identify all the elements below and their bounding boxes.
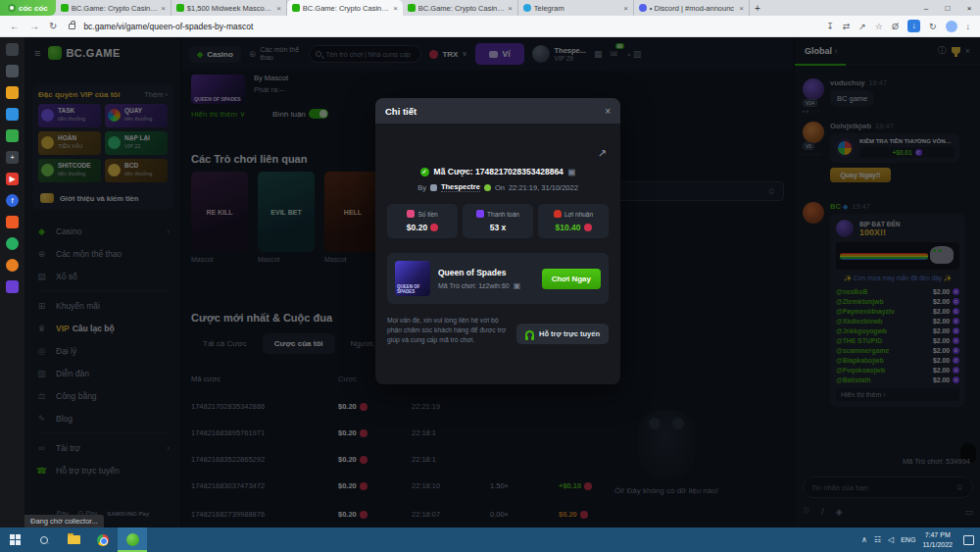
- modal-close-icon[interactable]: ×: [605, 106, 611, 117]
- file-explorer-button[interactable]: [59, 527, 88, 552]
- frog-emoji-icon: [484, 184, 491, 191]
- bet-details-modal: Chi tiết × ↗ ✓ Mã Cược: 1748217028353428…: [375, 98, 620, 384]
- tab-close-icon[interactable]: ×: [739, 4, 744, 13]
- verified-shield-icon: ✓: [420, 168, 429, 176]
- rail-add-shortcut-icon[interactable]: +: [6, 151, 19, 164]
- rail-extension-icon[interactable]: [6, 280, 19, 293]
- speaker-icon[interactable]: ◁: [888, 535, 894, 544]
- adblock-shield-icon[interactable]: Ø: [892, 22, 899, 31]
- browser-tabbar: cốc cốc BC.Game: Crypto Casino Gan × $1,…: [0, 0, 980, 16]
- trx-coin-icon: [430, 224, 438, 231]
- tray-expand-icon[interactable]: ∧: [861, 535, 867, 544]
- coccoc-taskbar-button[interactable]: [118, 527, 147, 552]
- translate-icon[interactable]: ⇄: [843, 22, 851, 31]
- telegram-favicon: [523, 4, 531, 12]
- copy-game-id-icon[interactable]: ▣: [514, 281, 521, 290]
- bcgame-favicon: [176, 4, 184, 12]
- maximize-button[interactable]: □: [937, 0, 958, 16]
- youtube-shortcut-icon[interactable]: ▶: [6, 173, 19, 185]
- rail-apps-icon[interactable]: [6, 43, 19, 56]
- rail-history-icon[interactable]: [6, 65, 19, 77]
- sync-icon[interactable]: ↻: [929, 22, 937, 31]
- forward-button[interactable]: →: [29, 21, 39, 31]
- url-field[interactable]: bc.game/vi/game/queen-of-spades-by-masco…: [83, 22, 818, 31]
- bet-datetime: 22:21:19, 31/10/2022: [509, 183, 578, 192]
- new-tab-button[interactable]: +: [750, 0, 765, 16]
- tab-bcgame-2[interactable]: BC.Game: Crypto Casino Gan ×: [403, 0, 518, 16]
- bcgame-favicon: [408, 4, 416, 12]
- tab-close-icon[interactable]: ×: [508, 4, 513, 13]
- back-button[interactable]: ←: [10, 21, 20, 31]
- tab-bcgame-1[interactable]: BC.Game: Crypto Casino Gan ×: [56, 0, 172, 16]
- network-icon[interactable]: ☷: [874, 535, 881, 544]
- headset-icon: [525, 330, 534, 337]
- browser-addressbar: ← → ↻ bc.game/vi/game/queen-of-spades-by…: [0, 16, 980, 37]
- taskbar-clock[interactable]: 7:47 PM 11/1/2022: [922, 530, 953, 548]
- tab-close-icon[interactable]: ×: [623, 4, 628, 13]
- bet-id-text: Mã Cược: 1748217028353428864: [434, 167, 564, 176]
- profit-icon: [554, 210, 562, 218]
- game-id-text: Mã Trò chơi: 1z2wih:60: [438, 282, 510, 289]
- coccoc-logo-icon: [8, 4, 16, 12]
- bcgame-favicon: [61, 4, 69, 12]
- minimize-button[interactable]: –: [915, 0, 937, 16]
- rail-messenger-shortcut-icon[interactable]: [6, 108, 19, 121]
- coccoc-brand-button[interactable]: cốc cốc: [0, 0, 56, 16]
- start-button[interactable]: [0, 527, 29, 552]
- tab-midweek-mascot[interactable]: $1,500 Midweek Mascot Mu ×: [172, 0, 287, 16]
- modal-title: Chi tiết: [385, 106, 416, 117]
- save-page-icon[interactable]: ↧: [826, 22, 834, 31]
- language-indicator[interactable]: ENG: [901, 536, 915, 543]
- browser-status-text: Đang chờ collector...: [24, 515, 104, 527]
- rail-games-shortcut-icon[interactable]: [6, 129, 19, 142]
- tab-close-icon[interactable]: ×: [276, 4, 281, 13]
- share-icon[interactable]: ↗: [858, 22, 866, 31]
- chrome-taskbar-button[interactable]: [88, 527, 118, 552]
- browser-side-rail: + ▶ f: [0, 37, 24, 527]
- tab-bcgame-active[interactable]: BC.Game: Crypto Casino Gan ×: [287, 0, 403, 16]
- taskbar-search-button[interactable]: [29, 527, 59, 552]
- profile-avatar-icon[interactable]: [946, 21, 957, 32]
- browser-shortcut-icon[interactable]: [6, 259, 19, 272]
- bcgame-favicon: [292, 4, 300, 12]
- tab-close-icon[interactable]: ×: [161, 4, 166, 13]
- tab-discord[interactable]: • Discord | #mod-announc ×: [634, 0, 750, 16]
- play-now-button[interactable]: Chơi Ngay: [542, 269, 601, 289]
- game-thumbnail[interactable]: QUEEN OF SPADES: [395, 261, 430, 296]
- bcgame-page: ≡ BC.GAME Đặc quyền VIP của tôi Thêm › T…: [24, 37, 980, 527]
- live-support-button[interactable]: Hỗ trợ trực tuyến: [516, 324, 609, 344]
- trx-coin-icon: [584, 224, 592, 231]
- payout-icon: [476, 210, 484, 218]
- shopee-shortcut-icon[interactable]: [6, 216, 19, 228]
- facebook-shortcut-icon[interactable]: f: [6, 194, 19, 207]
- downloads-icon[interactable]: ↓: [966, 22, 971, 31]
- video-downloader-icon[interactable]: ↓: [907, 20, 920, 32]
- reload-button[interactable]: ↻: [49, 21, 57, 31]
- windows-taskbar: ∧ ☷ ◁ ENG 7:47 PM 11/1/2022: [0, 527, 980, 552]
- support-note: Mọi vấn đề, xin vui lòng liên hệ với bộ …: [387, 316, 513, 346]
- action-center-icon[interactable]: [963, 535, 974, 545]
- game-name: Queen of Spades: [438, 268, 534, 277]
- discord-favicon: [639, 4, 647, 12]
- lock-icon[interactable]: [69, 24, 75, 29]
- stat-profit: Lợi nhuận $10.40: [538, 204, 609, 238]
- stat-payout: Thanh toán 53 x: [463, 204, 533, 238]
- phone-shortcut-icon[interactable]: [6, 237, 19, 250]
- coccoc-brand-label: cốc cốc: [19, 4, 48, 13]
- system-tray: ∧ ☷ ◁ ENG 7:47 PM 11/1/2022: [861, 530, 980, 548]
- copy-bet-id-icon[interactable]: ▣: [568, 168, 576, 176]
- bet-owner-link[interactable]: Thespectre: [441, 182, 480, 192]
- amount-icon: [407, 210, 415, 218]
- share-bet-icon[interactable]: ↗: [598, 147, 607, 160]
- modal-game-card: QUEEN OF SPADES Queen of Spades Mã Trò c…: [387, 253, 609, 304]
- rail-zap-shortcut-icon[interactable]: [6, 86, 19, 99]
- stat-amount: Số tiền $0.20: [387, 204, 458, 238]
- screen: cốc cốc BC.Game: Crypto Casino Gan × $1,…: [0, 0, 980, 552]
- tab-close-icon[interactable]: ×: [393, 4, 398, 13]
- close-window-button[interactable]: ×: [958, 0, 980, 16]
- tab-telegram[interactable]: Telegram ×: [518, 0, 634, 16]
- bookmark-star-icon[interactable]: ☆: [875, 22, 883, 31]
- user-emoji-icon: [430, 184, 437, 191]
